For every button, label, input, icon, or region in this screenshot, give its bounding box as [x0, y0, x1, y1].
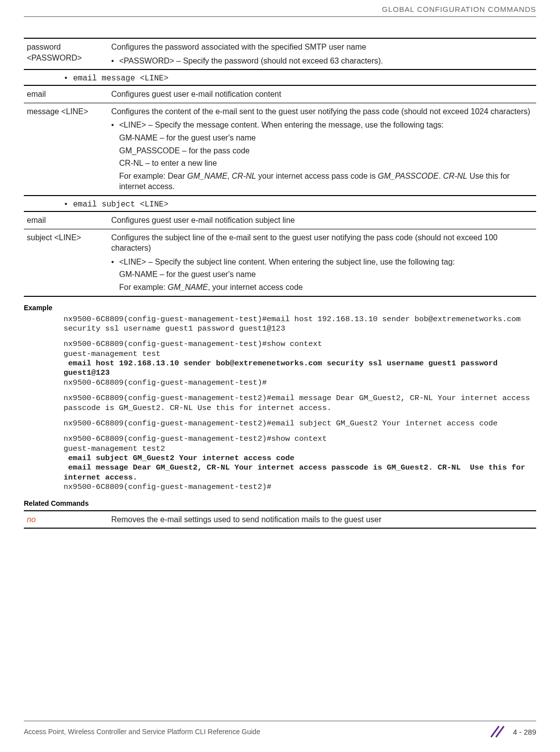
header-rule — [24, 16, 536, 17]
example-line: For example: Dear GM_NAME, CR-NL your in… — [119, 171, 532, 192]
param-desc: Configures guest user e-mail notificatio… — [108, 85, 536, 103]
cli-line-bold: email subject GM_Guest2 Your internet ac… — [64, 454, 294, 463]
cli-line: nx9500-6C8809(config-guest-management-te… — [64, 378, 267, 387]
cli-block: nx9500-6C8809(config-guest-management-te… — [24, 394, 536, 413]
ex-var: GM_NAME — [168, 283, 208, 291]
param-desc: Configures guest user e-mail notificatio… — [108, 211, 536, 229]
page-number: 4 - 289 — [513, 728, 536, 736]
cli-block: nx9500-6C8809(config-guest-management-te… — [24, 419, 536, 428]
param-desc: Configures the content of the e-mail sen… — [108, 103, 536, 196]
cli-line: nx9500-6C8809(config-guest-management-te… — [64, 315, 525, 333]
sub-line: GM-NAME – for the guest user's name — [119, 269, 532, 280]
related-heading: Related Commands — [24, 499, 536, 507]
cli-line: nx9500-6C8809(config-guest-management-te… — [64, 419, 497, 428]
related-cmd-desc: Removes the e-mail settings used to send… — [108, 511, 536, 529]
cli-line: nx9500-6C8809(config-guest-management-te… — [64, 482, 272, 491]
bullet-dot: • — [111, 56, 119, 67]
footer-slash-icon — [488, 725, 506, 738]
ex-text: For example: Dear — [119, 172, 187, 180]
param-name: subject <LINE> — [24, 229, 108, 296]
sub-line: GM-NAME – for the guest user's name — [119, 133, 532, 143]
bullet-dot: • — [111, 257, 119, 268]
sub-line: CR-NL – to enter a new line — [119, 158, 532, 169]
bullet-text: <LINE> – Specify the subject line conten… — [119, 257, 532, 268]
code-snippet: • email subject <LINE> — [24, 200, 536, 209]
cli-line-bold: email host 192.168.13.10 sender bob@extr… — [64, 359, 502, 377]
desc-text: Configures the subject line of the e-mai… — [111, 232, 532, 254]
bullet-dot: • — [111, 120, 119, 131]
param-name: message <LINE> — [24, 103, 108, 196]
param-name: password <PASSWORD> — [24, 38, 108, 69]
param-table-message: email Configures guest user e-mail notif… — [24, 85, 536, 196]
ex-var: CR-NL — [443, 172, 467, 180]
code-snippet: • email message <LINE> — [24, 74, 536, 83]
cli-line: guest-management test — [64, 349, 160, 358]
param-desc: Configures the password associated with … — [108, 38, 536, 69]
ex-var: CR-NL — [232, 172, 256, 180]
cli-block: nx9500-6C8809(config-guest-management-te… — [24, 340, 536, 388]
param-desc: Configures the subject line of the e-mai… — [108, 229, 536, 296]
running-head: GLOBAL CONFIGURATION COMMANDS — [24, 5, 536, 13]
cli-block: nx9500-6C8809(config-guest-management-te… — [24, 434, 536, 492]
bullet-text: <PASSWORD> – Specify the password (shoul… — [119, 56, 532, 67]
ex-text: your internet access pass code is — [256, 172, 378, 180]
param-name: email — [24, 211, 108, 229]
related-commands-table: no Removes the e-mail settings used to s… — [24, 510, 536, 529]
desc-text: Configures the password associated with … — [111, 42, 532, 53]
cli-line-bold: email message Dear GM_Guest2, CR-NL Your… — [64, 463, 530, 481]
ex-text: For example: — [119, 283, 168, 291]
no-command-link[interactable]: no — [27, 515, 36, 524]
cli-line: nx9500-6C8809(config-guest-management-te… — [64, 340, 322, 348]
sub-line: GM_PASSCODE – for the pass code — [119, 145, 532, 156]
page-footer: Access Point, Wireless Controller and Se… — [24, 721, 536, 738]
related-cmd-name: no — [24, 511, 108, 529]
footer-title: Access Point, Wireless Controller and Se… — [24, 728, 260, 736]
cli-line: nx9500-6C8809(config-guest-management-te… — [64, 434, 327, 443]
param-table-subject: email Configures guest user e-mail notif… — [24, 211, 536, 297]
bullet-text: <LINE> – Specify the message content. Wh… — [119, 120, 532, 131]
param-table-password: password <PASSWORD> Configures the passw… — [24, 38, 536, 70]
ex-var: GM_PASSCODE — [378, 172, 438, 180]
ex-text: , your internet access code — [208, 283, 303, 291]
cli-block: nx9500-6C8809(config-guest-management-te… — [24, 315, 536, 334]
example-heading: Example — [24, 304, 536, 312]
ex-var: GM_NAME — [187, 172, 227, 180]
param-name: email — [24, 85, 108, 103]
cli-line: guest-management test2 — [64, 444, 165, 453]
ex-text: , — [227, 172, 232, 180]
cli-line: nx9500-6C8809(config-guest-management-te… — [64, 394, 535, 412]
desc-text: Configures the content of the e-mail sen… — [111, 106, 532, 117]
example-line: For example: GM_NAME, your internet acce… — [119, 282, 532, 293]
